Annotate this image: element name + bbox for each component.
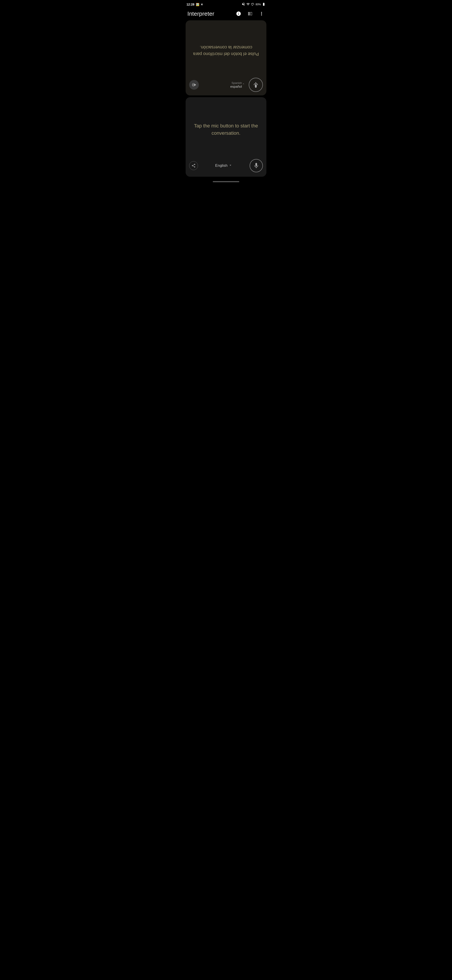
chevron-down-icon: [228, 163, 232, 168]
english-panel: Tap the mic button to start the conversa…: [186, 97, 266, 177]
wifi-icon: [246, 2, 250, 6]
more-options-button[interactable]: [258, 10, 265, 18]
info-button[interactable]: [235, 10, 243, 18]
chevron-up-icon: ˄: [243, 83, 244, 87]
app-bar: Interpreter: [183, 8, 269, 20]
spanish-prompt-area: Pulse el botón del micrófono para comenz…: [189, 24, 263, 78]
x-icon: ✕: [201, 3, 203, 6]
spanish-prompt-text: Pulse el botón del micrófono para comenz…: [193, 44, 259, 57]
spanish-panel-header: ˄ español Spanish: [189, 78, 263, 92]
mute-icon: [242, 2, 245, 6]
nav-pill: [213, 181, 239, 182]
english-lang-label: English: [215, 164, 228, 168]
spanish-mic-button[interactable]: [249, 78, 263, 92]
spanish-panel: ˄ español Spanish Pulse el botón del mic…: [186, 20, 266, 95]
spanish-lang-primary: español: [230, 84, 242, 88]
app-bar-actions: [235, 10, 265, 18]
status-bar: 12:28 🖼️ ✕ 80%: [183, 0, 269, 8]
time-display: 12:28: [187, 3, 194, 6]
spanish-lang-secondary: Spanish: [232, 81, 242, 84]
english-prompt-text: Tap the mic button to start the conversa…: [193, 122, 259, 137]
english-speaker-button[interactable]: [189, 161, 198, 170]
main-content: ˄ español Spanish Pulse el botón del mic…: [183, 20, 269, 177]
gallery-icon: 🖼️: [196, 3, 199, 6]
spanish-speaker-button[interactable]: [189, 80, 199, 90]
signal-icon: [251, 2, 254, 6]
nav-bar: [183, 178, 269, 184]
spanish-language-selector[interactable]: ˄ español Spanish: [230, 81, 244, 88]
battery-display: 80%: [255, 3, 261, 6]
battery-icon: [262, 2, 265, 6]
english-language-selector[interactable]: English: [215, 163, 232, 168]
spanish-lang-text: español Spanish: [230, 81, 242, 88]
status-right: 80%: [242, 2, 265, 6]
app-title: Interpreter: [187, 10, 214, 17]
split-screen-button[interactable]: [246, 10, 254, 18]
english-mic-button[interactable]: [250, 159, 263, 172]
status-left: 12:28 🖼️ ✕: [187, 3, 203, 6]
english-panel-bottom: English: [189, 158, 263, 173]
english-prompt-area: Tap the mic button to start the conversa…: [189, 101, 263, 158]
